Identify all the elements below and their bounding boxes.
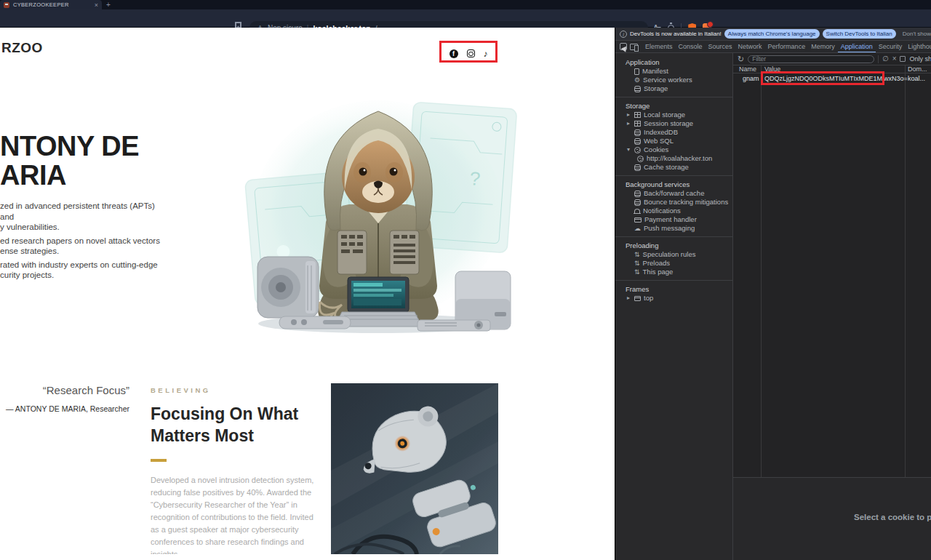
sidebar-item-cookies[interactable]: ▾ Cookies: [615, 145, 732, 154]
column-value[interactable]: Value: [764, 65, 780, 73]
tab-network[interactable]: Network: [735, 41, 765, 53]
sidebar-item-manifest[interactable]: Manifest: [615, 67, 732, 76]
sidebar-item-cache-storage[interactable]: Cache storage: [615, 163, 732, 172]
dont-show-again-button[interactable]: Don't show again: [899, 29, 931, 39]
delete-icon[interactable]: ×: [892, 55, 897, 63]
switch-italian-button[interactable]: Switch DevTools to Italian: [823, 29, 896, 39]
chevron-right-icon[interactable]: ▸: [626, 119, 631, 128]
tab-favicon: [4, 2, 9, 8]
svg-text:?: ?: [469, 167, 482, 190]
only-issues-checkbox[interactable]: [900, 56, 906, 62]
cookies-table-header: Name Value Dom...: [733, 65, 931, 73]
updown-arrows-icon: ⇅: [634, 252, 640, 258]
chevron-down-icon[interactable]: ▾: [626, 145, 631, 154]
cookies-toolbar: ↻ ∅ × Only sh: [733, 53, 931, 65]
screen: CYBERZOOKEEPER × + ⚠ Non sicuro | koalah…: [0, 0, 931, 560]
hero-title-line1: NTONY DE: [0, 132, 139, 161]
devtools-infobar: i DevTools is now available in Italian! …: [615, 28, 931, 41]
filter-input[interactable]: [748, 55, 874, 63]
tab-sources[interactable]: Sources: [706, 41, 735, 53]
sidebar-item-local-storage[interactable]: ▸ Local storage: [615, 111, 732, 119]
sidebar-item-top-frame[interactable]: ▸ top: [615, 294, 732, 303]
tab-console[interactable]: Console: [676, 41, 706, 53]
sidebar-section-preloading: Preloading: [615, 241, 732, 250]
site-logo[interactable]: RZOO: [1, 40, 43, 56]
sidebar-section-application: Application: [615, 57, 732, 67]
browser-toolbar: ⚠ Non sicuro | koalahacker.ton / A: [0, 9, 931, 28]
file-icon: [634, 68, 639, 75]
sidebar-item-this-page[interactable]: ⇅ This page: [615, 268, 732, 276]
column-separator[interactable]: [761, 65, 762, 477]
sidebar-item-speculation-rules[interactable]: ⇅ Speculation rules: [615, 250, 732, 259]
table-icon: [634, 112, 641, 118]
sidebar-item-cookie-origin[interactable]: http://koalahacker.ton: [615, 154, 732, 163]
quote-text: “Research Focus”: [0, 384, 129, 396]
section-heading-line1: Focusing On What: [151, 403, 319, 425]
hero-title: NTONY DE ARIA: [0, 132, 139, 190]
sidebar-item-web-sql[interactable]: Web SQL: [615, 137, 732, 145]
tab-elements[interactable]: Elements: [642, 41, 676, 53]
bell-icon: [634, 209, 640, 214]
devtools-panel: i DevTools is now available in Italian! …: [615, 28, 931, 560]
tab-memory[interactable]: Memory: [808, 41, 838, 53]
new-tab-button[interactable]: +: [106, 1, 111, 9]
sidebar-item-back-forward-cache[interactable]: Back/forward cache: [615, 189, 732, 198]
database-icon: [634, 129, 641, 136]
section-heading: Focusing On What Matters Most: [151, 403, 319, 447]
chevron-right-icon[interactable]: ▸: [626, 294, 631, 303]
database-icon: [634, 138, 641, 145]
application-sidebar: Application Manifest ⚙ Service workers S…: [615, 53, 733, 560]
match-language-button[interactable]: Always match Chrome's language: [724, 29, 820, 39]
chevron-right-icon[interactable]: ▸: [626, 111, 631, 119]
sidebar-item-preloads[interactable]: ⇅ Preloads: [615, 259, 732, 268]
clear-all-icon[interactable]: ∅: [882, 55, 889, 63]
cookies-table-pane: ↻ ∅ × Only sh Name Value Dom... gnam QDQ…: [733, 53, 931, 560]
sidebar-section-frames: Frames: [615, 284, 732, 294]
instagram-icon[interactable]: [467, 49, 475, 57]
section-eyebrow: BELIEVING: [151, 386, 319, 394]
cookie-value-cell[interactable]: QDQzLjgzNDQ0ODksMTIuMTIxMDE1MiwxN3o=: [764, 75, 908, 82]
refresh-icon[interactable]: ↻: [738, 55, 744, 63]
sidebar-item-session-storage[interactable]: ▸ Session storage: [615, 119, 732, 128]
tab-performance[interactable]: Performance: [765, 41, 809, 53]
sidebar-item-bounce-tracking[interactable]: Bounce tracking mitigations: [615, 198, 732, 207]
sidebar-divider: [615, 175, 732, 176]
browser-tab[interactable]: CYBERZOOKEEPER ×: [0, 0, 102, 9]
cookie-domain-cell[interactable]: koal...: [908, 75, 925, 82]
table-icon: [634, 121, 641, 127]
robot-bear-image: [331, 383, 498, 554]
column-separator[interactable]: [905, 65, 906, 477]
sidebar-item-indexeddb[interactable]: IndexedDB: [615, 128, 732, 137]
sidebar-divider: [615, 236, 732, 237]
tiktok-icon[interactable]: ♪: [484, 49, 488, 58]
sidebar-item-notifications[interactable]: Notifications: [615, 207, 732, 215]
hero-bio: zed in advanced persistent threats (APTs…: [0, 201, 167, 281]
tab-lighthouse[interactable]: Lighthous: [905, 41, 931, 53]
sidebar-item-payment-handler[interactable]: Payment handler: [615, 215, 732, 224]
tab-close-icon[interactable]: ×: [95, 1, 98, 9]
section-heading-line2: Matters Most: [151, 425, 319, 447]
sidebar-item-service-workers[interactable]: ⚙ Service workers: [615, 76, 732, 84]
device-toolbar-icon[interactable]: [630, 44, 638, 50]
frame-icon: [634, 296, 641, 301]
column-name[interactable]: Name: [739, 65, 756, 73]
bio-line: y vulnerabilities.: [0, 222, 167, 233]
cookie-name-cell[interactable]: gnam: [743, 75, 759, 82]
cookie-row[interactable]: gnam QDQzLjgzNDQ0ODksMTIuMTIxMDE1MiwxN3o…: [733, 73, 931, 84]
inspect-element-icon[interactable]: [620, 43, 627, 50]
sidebar-item-push-messaging[interactable]: ☁ Push messaging: [615, 224, 732, 233]
bio-line: ed research papers on novel attack vecto…: [0, 236, 167, 247]
believing-section: BELIEVING Focusing On What Matters Most …: [151, 386, 319, 554]
updown-arrows-icon: ⇅: [634, 269, 640, 276]
column-domain[interactable]: Dom...: [908, 65, 927, 73]
payment-card-icon: [634, 217, 642, 223]
tab-application[interactable]: Application: [838, 41, 876, 53]
quote-block: “Research Focus” — ANTONY DE MARIA, Rese…: [0, 384, 129, 413]
tab-strip: CYBERZOOKEEPER × +: [0, 0, 931, 9]
tab-security[interactable]: Security: [876, 41, 906, 53]
database-icon: [634, 191, 641, 197]
sidebar-item-storage[interactable]: Storage: [615, 84, 732, 93]
section-paragraph: Developed a novel intrusion detection sy…: [151, 474, 319, 554]
facebook-icon[interactable]: f: [449, 49, 458, 58]
bio-line: zed in advanced persistent threats (APTs…: [0, 201, 167, 222]
